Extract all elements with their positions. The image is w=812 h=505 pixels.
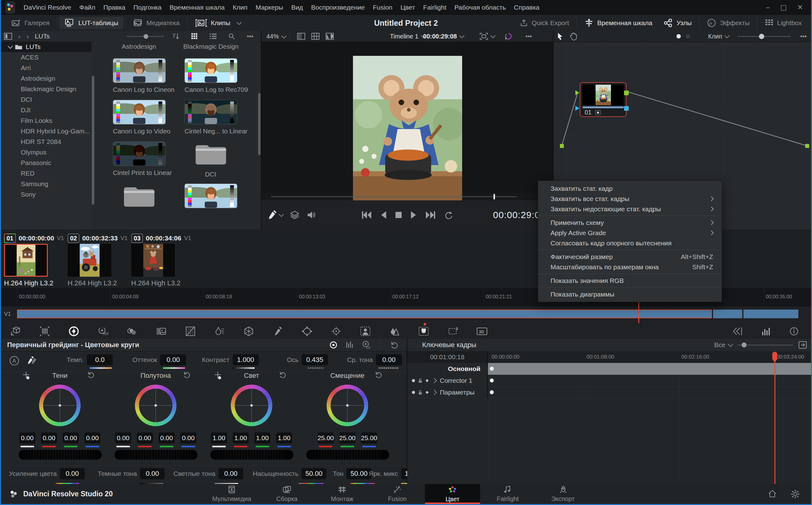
highlights-control[interactable]: Светлые тона 0.00: [173, 468, 243, 479]
wheel-value[interactable]: 0.00: [41, 433, 57, 447]
context-menu-item[interactable]: Захватить все стат. кадры: [538, 194, 722, 204]
page-tab-media[interactable]: Мультимедиа: [204, 484, 259, 504]
effects-panel-button[interactable]: fx Эффекты: [701, 17, 755, 29]
play-button[interactable]: [410, 211, 417, 219]
sidebar-item[interactable]: DJI: [1, 105, 91, 115]
clip-item-01[interactable]: 01 00:00:00:00 V1: [4, 229, 49, 245]
step-back-button[interactable]: [380, 211, 387, 219]
gain-master-wheel[interactable]: [210, 450, 293, 460]
lut-folder[interactable]: DCI: [185, 140, 237, 178]
wheel-value[interactable]: 0.00: [159, 433, 175, 447]
keyframe-row-params[interactable]: Параметры: [407, 386, 812, 398]
auto-balance-icon[interactable]: A: [9, 355, 20, 366]
options-ellipsis-icon[interactable]: •••: [526, 33, 532, 40]
clips-button[interactable]: Клипы: [189, 17, 246, 29]
contrast-control[interactable]: Контраст 1.000: [202, 354, 259, 365]
enable-dot-icon[interactable]: [412, 390, 415, 394]
sidebar-item[interactable]: Samsung: [1, 179, 91, 189]
context-menu-item[interactable]: Apply Active Grade: [538, 228, 722, 238]
go-to-end-button[interactable]: [425, 211, 436, 219]
split-compare-icon[interactable]: [732, 327, 743, 336]
info-icon[interactable]: [789, 327, 799, 336]
grab-still-icon[interactable]: [268, 210, 282, 220]
node-output-rgb-port[interactable]: [624, 91, 629, 95]
viewer-timecode[interactable]: 00:00:29:08: [423, 33, 463, 40]
expand-row-icon[interactable]: [432, 390, 437, 395]
key-icon[interactable]: [409, 327, 438, 336]
sizing-icon[interactable]: [438, 327, 467, 336]
safe-area-select[interactable]: [480, 33, 494, 40]
stereo-3d-icon[interactable]: 3D: [467, 327, 496, 336]
menu-item[interactable]: Fusion: [369, 0, 396, 15]
context-menu-item[interactable]: Захватить стат. кадр: [538, 183, 722, 194]
timeline-clip-selected[interactable]: [17, 310, 712, 318]
menu-item[interactable]: Правка: [99, 0, 129, 15]
clip-item-02[interactable]: 02 00:00:32:33 V1: [68, 229, 113, 245]
lut-grid-scrollbar[interactable]: [258, 93, 260, 155]
curves-icon[interactable]: [176, 326, 205, 336]
menu-item[interactable]: Fairlight: [419, 0, 450, 15]
page-tab-color[interactable]: Цвет: [425, 484, 480, 504]
wheel-value[interactable]: 1.00: [211, 433, 227, 447]
keyframe-diamond-icon[interactable]: [425, 390, 429, 394]
wheel-value[interactable]: 0.00: [63, 433, 79, 447]
forward-icon[interactable]: ›: [27, 33, 29, 40]
context-menu-item[interactable]: Захватить недостающие стат. кадры: [538, 204, 722, 214]
timeline-clip[interactable]: [744, 310, 798, 318]
close-button[interactable]: ✕: [797, 3, 803, 11]
temp-control[interactable]: Темп. 0.0: [67, 354, 113, 365]
wheel-reset-icon[interactable]: [87, 371, 95, 378]
sort-icon[interactable]: [172, 33, 179, 40]
home-icon[interactable]: [768, 490, 777, 499]
tint-control[interactable]: Оттенок 0.00: [133, 354, 186, 365]
sidebar-item[interactable]: Panasonic: [1, 158, 91, 168]
grid-view-icon[interactable]: [191, 33, 198, 40]
lut-card[interactable]: Cintel Neg... to Linear: [185, 100, 237, 135]
panel-toggle-icon[interactable]: [4, 33, 12, 40]
clip-thumbnail-01[interactable]: [4, 244, 48, 277]
shadows-control[interactable]: Темные тона 0.00: [98, 468, 165, 479]
grid-compare-icon[interactable]: [312, 33, 320, 40]
clip-thumbnail-03[interactable]: [131, 244, 175, 277]
tracker-icon[interactable]: [322, 326, 351, 336]
loop-button[interactable]: [444, 210, 453, 220]
lut-card[interactable]: Canon Log to Cineon: [113, 58, 165, 94]
wheel-value[interactable]: 0.00: [19, 433, 35, 447]
lut-folder[interactable]: [113, 182, 165, 210]
menu-item[interactable]: Файл: [75, 0, 99, 15]
sidebar-item[interactable]: Blackmagic Design: [1, 84, 91, 94]
expand-panel-icon[interactable]: [799, 341, 807, 349]
lut-card[interactable]: Cintel Print to Linear: [113, 142, 165, 176]
node-input-key-port[interactable]: [575, 106, 579, 111]
bars-mode-icon[interactable]: [346, 341, 354, 349]
menu-item[interactable]: Подгонка: [129, 0, 165, 15]
sidebar-item[interactable]: ACES: [1, 52, 91, 63]
sidebar-item[interactable]: HDR Hybrid Log-Gam...: [1, 126, 91, 137]
color-warper-icon[interactable]: [234, 326, 263, 336]
lut-card[interactable]: Canon Log to Video: [113, 100, 165, 135]
sidebar-scrollbar[interactable]: [92, 76, 94, 205]
list-view-icon[interactable]: [210, 33, 216, 39]
wheel-value[interactable]: 0.00: [180, 433, 196, 447]
lift-color-wheel[interactable]: [39, 385, 81, 426]
timeline-clip[interactable]: [713, 310, 742, 318]
sidebar-item[interactable]: Sony: [1, 189, 91, 200]
magic-mask-icon[interactable]: [351, 326, 380, 336]
power-window-icon[interactable]: [292, 326, 322, 336]
page-tab-fusion[interactable]: Fusion: [370, 484, 425, 504]
log-mode-icon[interactable]: LOG: [362, 341, 370, 349]
wheel-reset-icon[interactable]: [375, 371, 382, 378]
sidebar-item[interactable]: DCI: [1, 94, 91, 105]
pivot-control[interactable]: Ось 0.435: [287, 354, 328, 365]
keyframe-filter-select[interactable]: Все: [714, 341, 732, 349]
menu-item[interactable]: Вид: [287, 0, 307, 15]
sidebar-item[interactable]: HDR ST 2084: [1, 137, 91, 147]
clip-item-03[interactable]: 03 00:00:34:06 V1: [131, 229, 176, 245]
keyframe-diamond-icon[interactable]: [425, 379, 429, 382]
quick-export-button[interactable]: Quick Export: [514, 17, 574, 29]
node-display-toggle[interactable]: [676, 34, 690, 38]
reset-all-icon[interactable]: [391, 341, 399, 349]
context-menu-item[interactable]: Согласовать кадр опорного вытеснения: [538, 238, 722, 248]
page-tab-cut[interactable]: Сборка: [259, 484, 315, 504]
gamma-master-wheel[interactable]: [115, 450, 198, 460]
